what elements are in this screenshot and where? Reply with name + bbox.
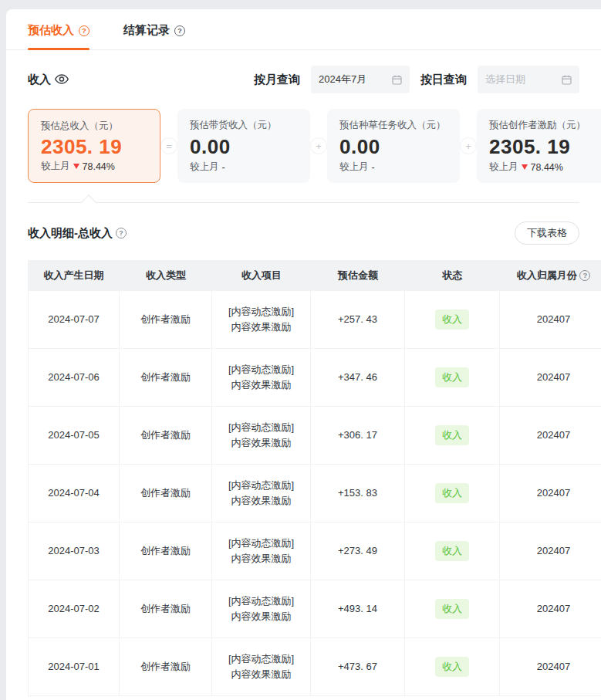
- cell-amount: +273. 49: [311, 522, 405, 580]
- table-row: 2024-07-01 创作者激励 [内容动态激励] 内容效果激励 +473. 6…: [28, 638, 601, 696]
- cell-type: 创作者激励: [120, 349, 212, 406]
- cell-project: [内容动态激励] 内容效果激励: [212, 522, 311, 580]
- month-picker[interactable]: 2024年7月: [311, 66, 410, 93]
- detail-title: 收入明细-总收入: [28, 226, 127, 241]
- card-value: 2305. 19: [489, 137, 595, 157]
- card-value: 0.00: [339, 137, 447, 157]
- status-badge: 收入: [435, 657, 469, 677]
- calendar-icon: [562, 75, 572, 85]
- card-label: 预估带货收入（元）: [190, 119, 298, 132]
- project-line-1: [内容动态激励]: [228, 536, 294, 551]
- project-line-2: 内容效果激励: [231, 493, 292, 509]
- status-badge: 收入: [435, 599, 469, 619]
- stat-cards: 预估总收入（元） 2305. 19 较上月 78.44% = 预估带货收入（元）…: [28, 109, 601, 183]
- toolbar: 收入 按月查询 2024年7月 按日查询 选择日期: [28, 66, 579, 93]
- header-status: 状态: [405, 269, 500, 282]
- operator-plus: +: [310, 109, 327, 183]
- section-divider: [28, 202, 579, 203]
- eye-icon[interactable]: [55, 74, 69, 85]
- cell-month: 202407: [500, 638, 601, 695]
- cell-month: 202407: [500, 407, 601, 464]
- cell-type: 创作者激励: [120, 522, 212, 580]
- card-creator-incentive[interactable]: 预估创作者激励（元） 2305. 19 较上月 78.44%: [477, 109, 601, 183]
- card-compare: 较上月 -: [339, 161, 447, 174]
- project-line-1: [内容动态激励]: [228, 478, 294, 493]
- cell-date: 2024-07-05: [28, 407, 120, 464]
- status-badge: 收入: [435, 425, 469, 445]
- cell-month: 202407: [500, 291, 601, 348]
- income-section-title: 收入: [28, 73, 69, 87]
- card-compare: 较上月 78.44%: [489, 161, 595, 174]
- card-value: 2305. 19: [41, 137, 147, 157]
- month-query-label: 按月查询: [254, 73, 300, 87]
- project-line-2: 内容效果激励: [231, 377, 292, 393]
- cell-status: 收入: [405, 407, 500, 464]
- cell-status: 收入: [405, 580, 500, 637]
- help-icon[interactable]: [79, 25, 89, 36]
- cell-amount: +473. 67: [311, 638, 405, 695]
- card-label: 预估种草任务收入（元）: [339, 119, 447, 132]
- table-row: 2024-07-07 创作者激励 [内容动态激励] 内容效果激励 +257. 4…: [28, 291, 601, 349]
- help-icon[interactable]: [174, 25, 185, 36]
- project-line-1: [内容动态激励]: [228, 651, 294, 667]
- header-month: 收入归属月份: [500, 269, 601, 282]
- tab-bar: 预估收入 结算记录: [6, 9, 601, 50]
- header-amount: 预估金额: [311, 269, 405, 282]
- table-body: 2024-07-07 创作者激励 [内容动态激励] 内容效果激励 +257. 4…: [28, 291, 601, 696]
- tab-estimated-income-label: 预估收入: [28, 23, 74, 38]
- cell-project: [内容动态激励] 内容效果激励: [212, 465, 311, 522]
- operator-equals: =: [160, 109, 177, 183]
- arrow-down-icon: [73, 164, 79, 169]
- project-line-2: 内容效果激励: [231, 609, 292, 624]
- card-total-income[interactable]: 预估总收入（元） 2305. 19 较上月 78.44%: [28, 109, 160, 183]
- project-line-2: 内容效果激励: [231, 435, 292, 451]
- detail-header: 收入明细-总收入 下载表格: [28, 221, 579, 245]
- income-label: 收入: [28, 73, 51, 87]
- cell-month: 202407: [500, 465, 601, 522]
- cell-project: [内容动态激励] 内容效果激励: [212, 291, 311, 348]
- header-date: 收入产生日期: [28, 269, 120, 282]
- cell-date: 2024-07-02: [28, 580, 120, 637]
- status-badge: 收入: [435, 367, 469, 387]
- download-table-button[interactable]: 下载表格: [515, 221, 579, 245]
- card-seeding-task-income[interactable]: 预估种草任务收入（元） 0.00 较上月 -: [327, 109, 460, 183]
- cell-amount: +493. 14: [311, 580, 405, 637]
- cell-month: 202407: [500, 580, 601, 637]
- arrow-down-icon: [522, 164, 528, 170]
- tab-settlement-records-label: 结算记录: [123, 23, 170, 38]
- cell-status: 收入: [405, 638, 500, 695]
- help-icon[interactable]: [579, 270, 590, 281]
- card-goods-income[interactable]: 预估带货收入（元） 0.00 较上月 -: [177, 109, 310, 183]
- month-picker-value: 2024年7月: [319, 73, 366, 86]
- cell-date: 2024-07-03: [28, 522, 120, 580]
- table-row: 2024-07-04 创作者激励 [内容动态激励] 内容效果激励 +153. 8…: [28, 465, 601, 522]
- date-filters: 按月查询 2024年7月 按日查询 选择日期: [254, 66, 579, 93]
- table-row: 2024-07-02 创作者激励 [内容动态激励] 内容效果激励 +493. 1…: [28, 580, 601, 638]
- status-badge: 收入: [435, 309, 469, 330]
- table-header-row: 收入产生日期 收入类型 收入项目 预估金额 状态 收入归属月份: [28, 260, 601, 291]
- day-picker[interactable]: 选择日期: [478, 66, 579, 93]
- cell-date: 2024-07-06: [28, 349, 120, 406]
- day-picker-placeholder: 选择日期: [485, 73, 525, 86]
- header-type: 收入类型: [120, 269, 212, 282]
- project-line-1: [内容动态激励]: [228, 420, 294, 435]
- project-line-1: [内容动态激励]: [228, 304, 294, 320]
- cell-status: 收入: [405, 291, 500, 348]
- status-badge: 收入: [435, 483, 469, 503]
- cell-project: [内容动态激励] 内容效果激励: [212, 349, 311, 406]
- tab-estimated-income[interactable]: 预估收入: [28, 23, 89, 49]
- cell-date: 2024-07-07: [28, 291, 120, 348]
- cell-date: 2024-07-01: [28, 638, 120, 695]
- cell-amount: +257. 43: [311, 291, 405, 348]
- cell-month: 202407: [500, 349, 601, 406]
- cell-amount: +306. 17: [311, 407, 405, 464]
- help-icon[interactable]: [116, 228, 127, 238]
- project-line-2: 内容效果激励: [231, 667, 292, 682]
- income-table: 收入产生日期 收入类型 收入项目 预估金额 状态 收入归属月份 2024-07-…: [28, 260, 601, 696]
- card-compare: 较上月 -: [190, 161, 298, 174]
- cell-type: 创作者激励: [120, 465, 212, 522]
- table-row: 2024-07-03 创作者激励 [内容动态激励] 内容效果激励 +273. 4…: [28, 522, 601, 580]
- project-line-2: 内容效果激励: [231, 551, 292, 566]
- cell-status: 收入: [405, 522, 500, 580]
- tab-settlement-records[interactable]: 结算记录: [123, 23, 185, 49]
